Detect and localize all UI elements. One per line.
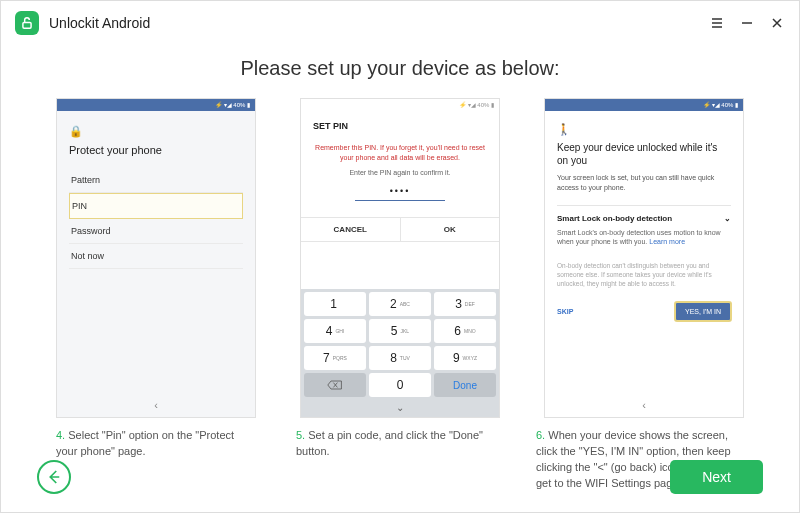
lock-icon: 🔒: [69, 125, 243, 138]
phone-back-icon: ‹: [57, 399, 255, 411]
set-pin-header: SET PIN: [301, 111, 499, 135]
section-text: Smart Lock's on-body detection uses moti…: [557, 228, 731, 248]
section-title: Smart Lock on-body detection: [557, 214, 672, 223]
page-title: Please set up your device as below:: [1, 57, 799, 80]
menu-icon[interactable]: [709, 15, 725, 31]
app-logo: [15, 11, 39, 35]
keypad: 1 2ABC 3DEF 4GHI 5JKL 6MNO 7PQRS 8TUV 9W…: [301, 289, 499, 417]
option-pattern: Pattern: [69, 168, 243, 193]
pin-dots: ••••: [355, 186, 445, 201]
minimize-icon[interactable]: [739, 15, 755, 31]
option-notnow: Not now: [69, 244, 243, 269]
close-icon[interactable]: [769, 15, 785, 31]
option-pin: PIN: [69, 193, 243, 219]
next-button[interactable]: Next: [670, 460, 763, 494]
app-title: Unlockit Android: [49, 15, 709, 31]
status-bar: ⚡ ▾◢ 40% ▮: [57, 99, 255, 111]
chevron-down-icon: ⌄: [724, 214, 731, 223]
protect-title: Protect your phone: [69, 144, 243, 156]
back-button[interactable]: [37, 460, 71, 494]
learn-more-link: Learn more: [649, 238, 685, 245]
cancel-button: CANCEL: [301, 218, 401, 241]
phone-mock-1: ⚡ ▾◢ 40% ▮ 🔒 Protect your phone Pattern …: [56, 98, 256, 418]
backspace-key: [304, 373, 366, 397]
walk-icon: 🚶: [557, 123, 731, 136]
status-bar: ⚡ ▾◢ 40% ▮: [545, 99, 743, 111]
pin-warning: Remember this PIN. If you forget it, you…: [315, 143, 485, 163]
keyboard-drop-icon: ⌄: [304, 400, 496, 414]
phone-mocks: ⚡ ▾◢ 40% ▮ 🔒 Protect your phone Pattern …: [1, 98, 799, 418]
yes-im-in-button: YES, I'M IN: [675, 302, 731, 321]
status-bar: ⚡ ▾◢ 40% ▮: [301, 99, 499, 111]
phone-mock-3: ⚡ ▾◢ 40% ▮ 🚶 Keep your device unlocked w…: [544, 98, 744, 418]
pin-sub: Enter the PIN again to confirm it.: [315, 169, 485, 176]
phone-back-icon: ‹: [545, 399, 743, 411]
done-key: Done: [434, 373, 496, 397]
option-password: Password: [69, 219, 243, 244]
smartlock-sub: Your screen lock is set, but you can sti…: [557, 173, 731, 193]
svg-rect-0: [23, 22, 31, 28]
phone-mock-2: ⚡ ▾◢ 40% ▮ SET PIN Remember this PIN. If…: [300, 98, 500, 418]
detection-note: On-body detection can't distinguish betw…: [557, 261, 731, 288]
skip-button: SKIP: [557, 308, 573, 315]
titlebar: Unlockit Android: [1, 1, 799, 45]
ok-button: OK: [401, 218, 500, 241]
smartlock-title: Keep your device unlocked while it's on …: [557, 141, 731, 167]
